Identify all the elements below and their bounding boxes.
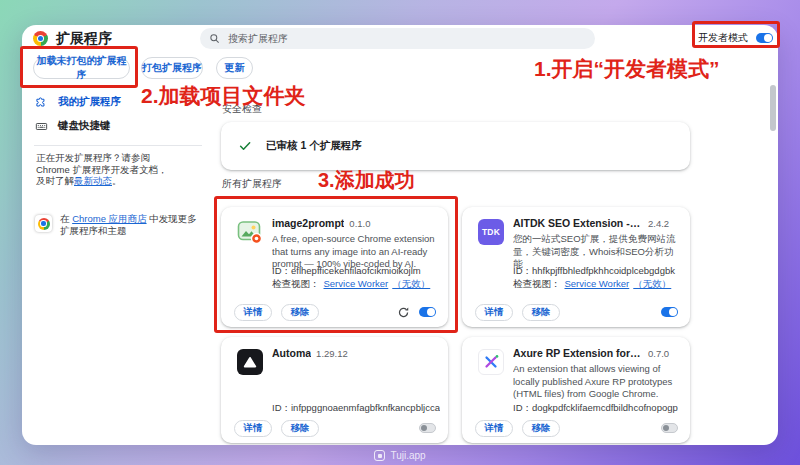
extension-toggle[interactable] [419,307,436,317]
extension-id: ID：infppggnoaenmfagbfknfkancpbljcca [272,401,440,414]
extension-id: ID：eflhepfficekehfilaofcikmioikojlm [272,264,440,277]
remove-button[interactable]: 移除 [522,304,560,321]
update-button[interactable]: 更新 [216,57,253,79]
remove-button[interactable]: 移除 [281,420,319,437]
page-title: 扩展程序 [56,30,112,47]
extension-version: 2.4.2 [648,217,669,230]
extensions-page-window: 扩展程序 开发者模式 加载未打包的扩展程序 打包扩展程序 更新 我的扩展程序 键… [22,25,778,445]
safety-check-text: 已审核 1 个扩展程序 [266,139,362,153]
chrome-web-store-icon [35,215,52,232]
puzzle-icon [35,96,48,109]
sidebar-item-keyboard-shortcuts[interactable]: 键盘快捷键 [22,117,210,135]
axure-icon [478,349,504,375]
developer-docs-note: 正在开发扩展程序？请参阅 Chrome 扩展程序开发者文档， 及时了解最新动态。 [36,152,198,187]
extension-version: 1.29.12 [316,347,348,360]
inactive-link[interactable]: （无效） [392,278,430,289]
chrome-web-store-link[interactable]: Chrome 应用商店 [72,213,146,224]
safety-check-card: 已审核 1 个扩展程序 [221,122,690,170]
extension-card-aitdk: TDK AITDK SEO Extension - 流量/关键词/Wh... 2… [462,207,690,327]
service-worker-link[interactable]: Service Worker [565,278,630,289]
details-button[interactable]: 详情 [475,304,513,321]
extension-card-axure: Axure RP Extension for Chrome 0.7.0 An e… [462,337,690,443]
details-button[interactable]: 详情 [475,420,513,437]
scrollbar-thumb[interactable] [770,85,776,131]
remove-button[interactable]: 移除 [281,304,319,321]
inspect-views-row: 检查视图：Service Worker（无效） [272,277,440,290]
pack-extension-button[interactable]: 打包扩展程序 [141,57,203,79]
all-extensions-section-label: 所有扩展程序 [222,177,282,191]
sidebar-item-my-extensions[interactable]: 我的扩展程序 [22,93,210,111]
extension-description: An extension that allows viewing of loca… [513,363,678,401]
remove-button[interactable]: 移除 [522,420,560,437]
reload-icon[interactable] [397,306,410,319]
extension-name: Automa [272,347,311,360]
extension-name: Axure RP Extension for Chrome [513,347,643,360]
sidebar-divider [34,145,202,146]
check-icon [238,139,252,153]
extension-toggle[interactable] [661,423,678,433]
extension-name: AITDK SEO Extension - 流量/关键词/Wh... [513,217,643,230]
inactive-link[interactable]: （无效） [633,278,671,289]
details-button[interactable]: 详情 [234,304,272,321]
watermark-icon [374,450,385,461]
service-worker-link[interactable]: Service Worker [324,278,389,289]
webstore-promo: 在 Chrome 应用商店 中发现更多扩展程序和主题 [35,213,203,236]
inspect-views-row: 检查视图：Service Worker（无效） [513,277,682,290]
load-unpacked-button[interactable]: 加载未打包的扩展程序 [33,57,130,79]
tuji-app-watermark: Tuji.app [0,450,800,461]
extension-card-automa: Automa 1.29.12 ID：infppggnoaenmfagbfknfk… [221,337,448,443]
search-box[interactable] [200,28,595,49]
search-icon [209,33,220,44]
developer-mode-label: 开发者模式 [698,31,748,45]
extension-card-image2prompt: image2prompt 0.1.0 A free, open-source C… [221,207,448,327]
search-input[interactable] [226,32,586,45]
developer-mode-control: 开发者模式 [698,27,773,49]
extension-version: 0.1.0 [349,217,370,230]
extension-id: ID：dogkpdfcklifaemcdfbildhcofnopogp [513,401,682,414]
automa-icon [237,349,263,375]
whats-new-link[interactable]: 最新动态 [74,175,112,186]
extension-name: image2prompt [272,217,344,230]
image2prompt-icon [237,219,263,245]
details-button[interactable]: 详情 [234,420,272,437]
aitdk-icon: TDK [478,219,504,245]
extension-version: 0.7.0 [648,347,669,360]
extension-id: ID：hhfkpjffbhledfpkhhcoidplcebgdgbk [513,264,682,277]
extension-toggle[interactable] [661,307,678,317]
sidebar-item-label: 键盘快捷键 [58,119,111,133]
safety-check-section-label: 安全检查 [222,102,262,116]
watermark-label: Tuji.app [390,450,425,461]
keyboard-icon [35,120,48,133]
chrome-logo-icon [33,31,48,46]
developer-mode-toggle[interactable] [756,33,773,43]
extension-toggle[interactable] [419,423,436,433]
sidebar-item-label: 我的扩展程序 [58,95,121,109]
